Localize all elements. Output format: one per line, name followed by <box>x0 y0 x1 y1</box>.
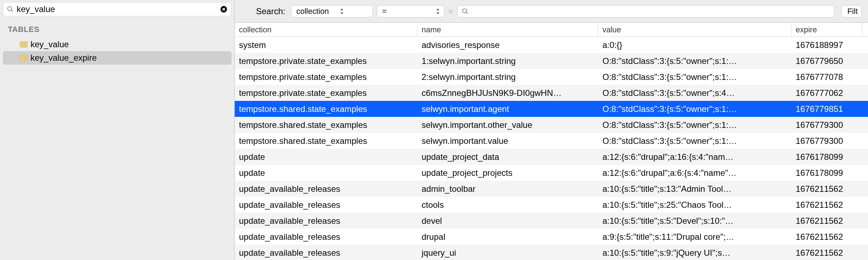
cell-name: c6msZnnegBHJUsN9K9-DI0gwHN… <box>417 85 598 101</box>
sidebar-search[interactable] <box>3 2 232 16</box>
cell-value: a:9:{s:5:"title";s:11:"Drupal core";… <box>598 229 791 245</box>
sidebar: TABLES key_valuekey_value_expire <box>0 0 235 260</box>
svg-point-0 <box>8 7 12 11</box>
cell-value: a:12:{s:6:"drupal";a:16:{s:4:"nam… <box>598 149 791 165</box>
cell-value: O:8:"stdClass":3:{s:5:"owner";s:1:… <box>598 69 791 85</box>
cell-value: O:8:"stdClass":3:{s:5:"owner";s:4… <box>598 85 791 101</box>
filter-button-label: Filt <box>847 7 858 16</box>
cell-expire: 1676777062 <box>791 85 862 101</box>
cell-name: admin_toolbar <box>417 181 598 197</box>
table-item[interactable]: key_value_expire <box>3 51 232 65</box>
table-row[interactable]: updateupdate_project_projectsa:12:{s:6:"… <box>235 165 868 181</box>
cell-value: a:0:{} <box>598 37 791 53</box>
grid-header[interactable]: collection name value expire <box>235 23 868 37</box>
table-row[interactable]: update_available_releasesadmin_toolbara:… <box>235 181 868 197</box>
operator-select[interactable]: = <box>377 5 444 17</box>
cell-value: O:8:"stdClass":3:{s:5:"owner";s:1:… <box>598 53 791 69</box>
cell-name: 2:selwyn.important.string <box>417 69 598 85</box>
field-select[interactable]: collection <box>291 5 373 17</box>
table-row[interactable]: tempstore.private.state_examples1:selwyn… <box>235 53 868 69</box>
table-row[interactable]: tempstore.private.state_examplesc6msZnne… <box>235 85 868 101</box>
cell-name: selwyn.important.agent <box>417 101 598 117</box>
table-row[interactable]: updateupdate_project_dataa:12:{s:6:"drup… <box>235 149 868 165</box>
cell-expire: 1676178099 <box>791 165 862 181</box>
table-row[interactable]: tempstore.private.state_examples2:selwyn… <box>235 69 868 85</box>
cell-expire: 1676779650 <box>791 53 862 69</box>
status-dot <box>449 9 453 13</box>
cell-collection: tempstore.shared.state_examples <box>235 101 417 117</box>
data-grid: collection name value expire systemadvis… <box>235 23 868 260</box>
table-row[interactable]: update_available_releasesdevela:10:{s:5:… <box>235 213 868 229</box>
cell-expire: 1676211562 <box>791 197 862 213</box>
cell-collection: tempstore.private.state_examples <box>235 69 417 85</box>
cell-value: a:10:{s:5:"title";s:13:"Admin Tool… <box>598 181 791 197</box>
table-row[interactable]: tempstore.shared.state_examplesselwyn.im… <box>235 117 868 133</box>
cell-name: update_project_data <box>417 149 598 165</box>
grid-body: systemadvisories_responsea:0:{}167618899… <box>235 37 868 260</box>
cell-collection: tempstore.shared.state_examples <box>235 117 417 133</box>
svg-rect-8 <box>20 55 27 61</box>
clear-icon[interactable] <box>220 5 228 13</box>
cell-value: a:10:{s:5:"title";s:9:"jQuery UI";s… <box>598 245 791 260</box>
cell-collection: update_available_releases <box>235 213 417 229</box>
cell-collection: update <box>235 165 417 181</box>
cell-value: a:12:{s:6:"drupal";a:6:{s:4:"name"… <box>598 165 791 181</box>
search-toolbar: Search: collection = Filt <box>235 0 868 23</box>
table-row[interactable]: tempstore.shared.state_examplesselwyn.im… <box>235 133 868 149</box>
column-header-value[interactable]: value <box>598 23 791 37</box>
search-icon <box>7 6 14 13</box>
svg-rect-3 <box>20 42 27 48</box>
table-row[interactable]: update_available_releasesjquery_uia:10:{… <box>235 245 868 260</box>
table-row[interactable]: tempstore.shared.state_examplesselwyn.im… <box>235 101 868 117</box>
cell-value: O:8:"stdClass":3:{s:5:"owner";s:1:… <box>598 101 791 117</box>
filter-button[interactable]: Filt <box>841 5 862 17</box>
table-row[interactable]: update_available_releasesdrupala:9:{s:5:… <box>235 229 868 245</box>
cell-expire: 1676178099 <box>791 149 862 165</box>
cell-name: drupal <box>417 229 598 245</box>
column-header-expire[interactable]: expire <box>791 23 862 37</box>
field-select-value: collection <box>296 7 329 16</box>
cell-name: update_project_projects <box>417 165 598 181</box>
value-search-input[interactable] <box>469 7 830 16</box>
cell-collection: tempstore.private.state_examples <box>235 85 417 101</box>
search-label: Search: <box>256 6 285 16</box>
cell-expire: 1676779851 <box>791 101 862 117</box>
table-row[interactable]: systemadvisories_responsea:0:{}167618899… <box>235 37 868 53</box>
search-icon <box>462 8 469 15</box>
cell-value: O:8:"stdClass":3:{s:5:"owner";s:1:… <box>598 117 791 133</box>
table-item-label: key_value_expire <box>30 53 97 63</box>
cell-name: jquery_ui <box>417 245 598 260</box>
svg-point-13 <box>462 9 467 13</box>
cell-value: O:8:"stdClass":3:{s:5:"owner";s:1:… <box>598 133 791 149</box>
column-header-collection[interactable]: collection <box>235 23 417 37</box>
cell-collection: update_available_releases <box>235 245 417 260</box>
table-item-label: key_value <box>30 39 69 49</box>
cell-expire: 1676211562 <box>791 245 862 260</box>
cell-collection: update <box>235 149 417 165</box>
table-row[interactable]: update_available_releasesctoolsa:10:{s:5… <box>235 197 868 213</box>
cell-collection: system <box>235 37 417 53</box>
table-item[interactable]: key_value <box>0 38 234 51</box>
cell-collection: update_available_releases <box>235 197 417 213</box>
column-header-name[interactable]: name <box>417 23 598 37</box>
tables-list: key_valuekey_value_expire <box>0 38 234 65</box>
cell-name: ctools <box>417 197 598 213</box>
table-icon <box>20 41 28 48</box>
cell-collection: update_available_releases <box>235 181 417 197</box>
operator-select-value: = <box>382 7 387 16</box>
sidebar-search-input[interactable] <box>17 4 220 14</box>
cell-expire: 1676211562 <box>791 229 862 245</box>
value-search[interactable] <box>457 5 834 17</box>
svg-line-1 <box>11 10 13 12</box>
cell-expire: 1676779300 <box>791 133 862 149</box>
cell-value: a:10:{s:5:"title";s:5:"Devel";s:10:"… <box>598 213 791 229</box>
tables-heading: TABLES <box>0 18 234 38</box>
cell-name: devel <box>417 213 598 229</box>
cell-expire: 1676211562 <box>791 213 862 229</box>
cell-collection: tempstore.shared.state_examples <box>235 133 417 149</box>
stepper-icon <box>435 8 441 15</box>
cell-name: selwyn.important.other_value <box>417 117 598 133</box>
cell-name: selwyn.important.value <box>417 133 598 149</box>
cell-collection: tempstore.private.state_examples <box>235 53 417 69</box>
table-icon <box>20 54 28 61</box>
